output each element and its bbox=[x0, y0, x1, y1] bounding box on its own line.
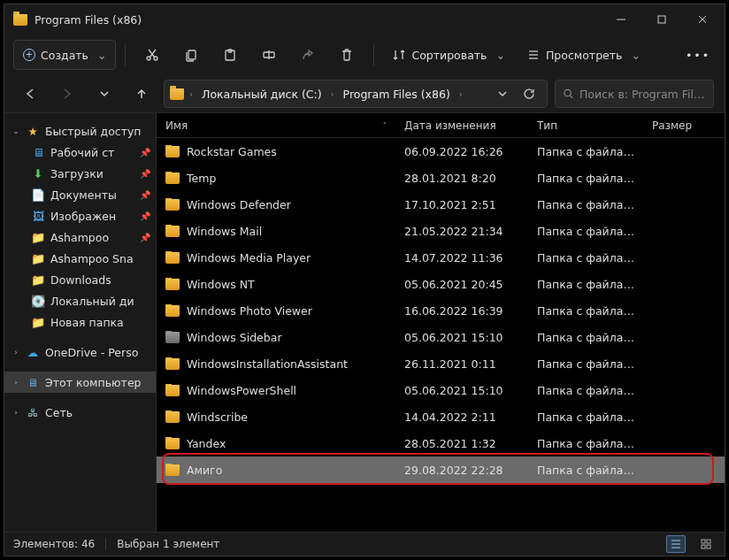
recent-button[interactable] bbox=[89, 80, 119, 108]
svg-rect-22 bbox=[707, 540, 710, 543]
file-date: 06.09.2022 16:26 bbox=[395, 145, 528, 158]
svg-rect-24 bbox=[707, 545, 710, 548]
status-bar: Элементов: 46 Выбран 1 элемент bbox=[4, 533, 725, 556]
sidebar-item-label: Загрузки bbox=[50, 167, 134, 180]
more-button[interactable]: ••• bbox=[680, 40, 716, 70]
table-row[interactable]: Windows Defender17.10.2021 2:51Папка с ф… bbox=[157, 191, 725, 218]
file-type: Папка с файлами bbox=[528, 145, 643, 158]
table-row[interactable]: Windows Media Player14.07.2022 11:36Папк… bbox=[157, 244, 725, 271]
file-name: Windows Sidebar bbox=[187, 331, 282, 344]
search-input[interactable]: Поиск в: Program Files... bbox=[555, 80, 714, 108]
sidebar-item[interactable]: 🖼Изображен📌 bbox=[4, 205, 156, 226]
delete-button[interactable] bbox=[329, 40, 364, 70]
column-size[interactable]: Размер bbox=[643, 119, 725, 132]
table-row[interactable]: Windows Photo Viewer16.06.2022 16:39Папк… bbox=[157, 297, 725, 324]
thumbnails-view-button[interactable] bbox=[696, 535, 716, 553]
details-view-button[interactable] bbox=[666, 535, 686, 553]
address-bar[interactable]: › Локальный диск (C:) › Program Files (x… bbox=[164, 80, 548, 108]
create-button[interactable]: + Создать ⌄ bbox=[13, 40, 116, 70]
folder-icon bbox=[170, 88, 184, 100]
file-date: 14.07.2022 11:36 bbox=[395, 251, 528, 265]
file-date: 17.10.2021 2:51 bbox=[395, 198, 528, 211]
chevron-right-icon: › bbox=[12, 348, 20, 357]
back-button[interactable] bbox=[15, 80, 45, 108]
table-row[interactable]: WindowsInstallationAssistant26.11.2021 0… bbox=[157, 350, 725, 377]
folder-icon bbox=[165, 279, 180, 290]
folder-icon bbox=[165, 199, 180, 211]
chevron-right-icon: › bbox=[329, 89, 336, 99]
refresh-button[interactable] bbox=[517, 81, 541, 106]
table-row[interactable]: WindowsPowerShell05.06.2021 15:10Папка с… bbox=[157, 377, 725, 403]
breadcrumb[interactable]: Program Files (x86) bbox=[340, 81, 454, 107]
sidebar-item[interactable]: 📁Новая папка bbox=[4, 311, 156, 333]
sidebar-item-label: Новая папка bbox=[50, 316, 150, 329]
sidebar-network[interactable]: › 🖧 Сеть bbox=[4, 402, 156, 423]
sidebar-onedrive[interactable]: › ☁ OneDrive - Perso bbox=[4, 341, 156, 363]
file-type: Папка с файлами bbox=[528, 278, 643, 291]
sort-button[interactable]: Сортировать ⌄ bbox=[383, 40, 513, 70]
sidebar-item[interactable]: 💽Локальный ди bbox=[4, 290, 156, 311]
file-name: Амиго bbox=[187, 464, 222, 477]
maximize-button[interactable] bbox=[641, 4, 682, 35]
sidebar-item[interactable]: 📁Ashampoo Sna bbox=[4, 248, 156, 269]
table-row[interactable]: Windows NT05.06.2021 20:45Папка с файлам… bbox=[157, 271, 725, 297]
table-row[interactable]: Rockstar Games06.09.2022 16:26Папка с фа… bbox=[157, 138, 725, 165]
sidebar-item[interactable]: 🖥Рабочий ст📌 bbox=[4, 142, 156, 163]
folder-icon bbox=[13, 14, 27, 26]
address-dropdown[interactable] bbox=[490, 81, 515, 106]
sidebar-quick-access[interactable]: ⌄ ★ Быстрый доступ bbox=[4, 120, 156, 142]
rename-button[interactable] bbox=[251, 40, 287, 70]
item-icon: 🖥 bbox=[31, 145, 45, 159]
file-date: 16.06.2022 16:39 bbox=[395, 304, 528, 318]
column-name[interactable]: Имя ˄ bbox=[157, 119, 395, 132]
table-row[interactable]: Yandex28.05.2021 1:32Папка с файлами bbox=[157, 430, 725, 456]
table-row[interactable]: Temp28.01.2021 8:20Папка с файлами bbox=[157, 165, 725, 191]
file-name: Windows Defender bbox=[187, 198, 291, 211]
file-name: WindowsPowerShell bbox=[187, 384, 296, 397]
item-icon: 📄 bbox=[31, 188, 45, 202]
body: ⌄ ★ Быстрый доступ 🖥Рабочий ст📌⬇Загрузки… bbox=[4, 112, 725, 533]
cut-button[interactable] bbox=[134, 40, 170, 70]
chevron-right-icon: › bbox=[12, 378, 20, 387]
file-date: 21.05.2022 21:34 bbox=[395, 225, 528, 238]
close-button[interactable] bbox=[682, 4, 723, 35]
sidebar-item[interactable]: 📁Ashampoo📌 bbox=[4, 226, 156, 248]
share-button[interactable] bbox=[290, 40, 326, 70]
column-type[interactable]: Тип bbox=[528, 119, 643, 132]
sidebar-item-label: Ashampoo Sna bbox=[50, 252, 150, 265]
breadcrumb[interactable]: Локальный диск (C:) bbox=[198, 81, 326, 107]
file-name: Windows Media Player bbox=[187, 251, 311, 265]
column-date[interactable]: Дата изменения bbox=[395, 119, 528, 132]
create-label: Создать bbox=[41, 49, 88, 62]
table-row[interactable]: Windscribe14.04.2022 2:11Папка с файлами bbox=[157, 403, 725, 430]
file-list: Имя ˄ Дата изменения Тип Размер Rockstar… bbox=[157, 113, 725, 532]
toolbar: + Создать ⌄ Сортировать ⌄ bbox=[4, 35, 725, 75]
sidebar-item[interactable]: 📄Документы📌 bbox=[4, 184, 156, 205]
paste-button[interactable] bbox=[212, 40, 248, 70]
table-row[interactable]: Windows Mail21.05.2022 21:34Папка с файл… bbox=[157, 218, 725, 244]
sidebar-item[interactable]: 📁Downloads bbox=[4, 269, 156, 290]
svg-rect-1 bbox=[658, 16, 665, 23]
forward-button[interactable] bbox=[52, 80, 82, 108]
folder-icon bbox=[165, 332, 180, 343]
sidebar-item-label: Ashampoo bbox=[50, 231, 134, 244]
table-row[interactable]: Windows Sidebar05.06.2021 15:10Папка с ф… bbox=[157, 324, 725, 350]
minimize-button[interactable] bbox=[601, 4, 641, 35]
sidebar-this-pc[interactable]: › 🖥 Этот компьютер bbox=[4, 372, 156, 393]
sort-label: Сортировать bbox=[411, 49, 487, 62]
monitor-icon: 🖥 bbox=[26, 375, 40, 389]
table-row[interactable]: Амиго29.08.2022 22:28Папка с файлами bbox=[157, 456, 725, 483]
sidebar-item[interactable]: ⬇Загрузки📌 bbox=[4, 163, 156, 184]
item-icon: 📁 bbox=[31, 272, 45, 287]
file-date: 05.06.2021 20:45 bbox=[395, 278, 528, 291]
file-date: 05.06.2021 15:10 bbox=[395, 384, 528, 397]
file-type: Папка с файлами bbox=[528, 225, 643, 238]
view-button[interactable]: Просмотреть ⌄ bbox=[518, 40, 649, 70]
copy-button[interactable] bbox=[173, 40, 209, 70]
chevron-right-icon: › bbox=[457, 89, 464, 99]
file-date: 05.06.2021 15:10 bbox=[395, 331, 528, 344]
sidebar-item-label: Документы bbox=[50, 188, 134, 202]
up-button[interactable] bbox=[127, 80, 157, 108]
navbar: › Локальный диск (C:) › Program Files (x… bbox=[4, 75, 725, 112]
file-name: Rockstar Games bbox=[187, 145, 277, 158]
